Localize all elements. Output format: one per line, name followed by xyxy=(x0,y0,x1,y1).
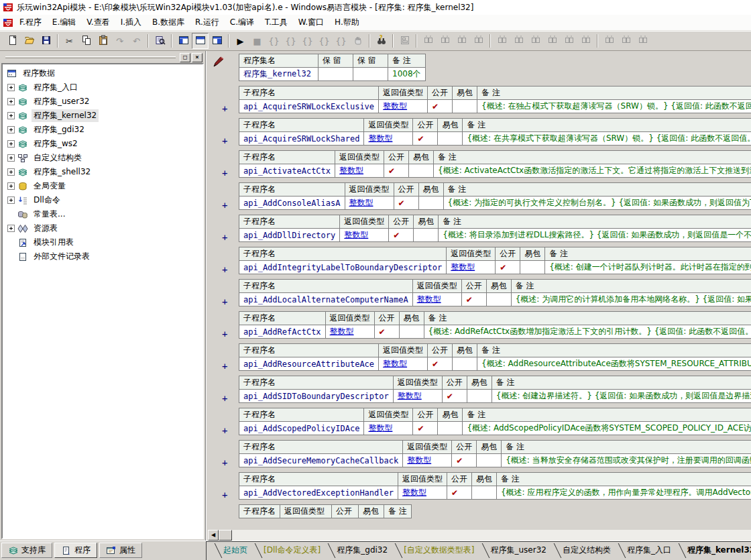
return-type-link[interactable]: 整数型 xyxy=(402,488,426,497)
return-type-cell[interactable]: 整数型 xyxy=(364,422,413,435)
pack-cell[interactable] xyxy=(467,390,492,403)
paste-button[interactable] xyxy=(95,33,111,49)
run-button[interactable]: ▶ xyxy=(232,33,249,49)
scroll-left-button[interactable]: ◀ xyxy=(208,530,219,541)
menu-item-tools[interactable]: T.工具 xyxy=(259,15,293,30)
return-type-link[interactable]: 整数型 xyxy=(451,262,475,272)
panel-drag-handle[interactable] xyxy=(5,56,176,58)
tab-assembly-entry[interactable]: 程序集_入口 xyxy=(621,542,681,560)
pack-cell[interactable] xyxy=(418,197,443,210)
sidebar-item-program-data[interactable]: 程序数据 xyxy=(3,66,202,80)
public-check-icon[interactable]: ✔ xyxy=(452,454,477,467)
tab-assembly-user32[interactable]: 程序集_user32 xyxy=(485,542,557,560)
reserved-cell[interactable] xyxy=(319,68,353,81)
horizontal-scrollbar[interactable]: ◀ xyxy=(208,530,751,541)
return-type-cell[interactable]: 整数型 xyxy=(398,486,447,500)
sidebar-item-assembly-shell32[interactable]: 程序集_shell32 xyxy=(3,165,202,179)
reserved-cell[interactable] xyxy=(353,68,388,81)
pack-cell[interactable] xyxy=(453,357,477,371)
api-name-cell[interactable]: api_AddRefActCtx xyxy=(239,325,326,339)
expand-row-button[interactable]: + xyxy=(222,329,227,339)
public-check-icon[interactable]: ✔ xyxy=(394,197,418,210)
api-name-cell[interactable]: api_AddLocalAlternateComputerNameA xyxy=(239,293,413,306)
tab-custom-data-type-table[interactable]: [自定义数据类型表] xyxy=(398,542,484,560)
return-type-cell[interactable]: 整数型 xyxy=(447,261,496,274)
remark-cell[interactable]: {概述: 在独占模式下获取超薄读写器（SRW）锁。} {返回值: 此函数不返回值… xyxy=(477,100,751,113)
expand-row-button[interactable]: + xyxy=(222,264,227,275)
api-row[interactable]: api_AddIntegrityLabelToBoundaryDescripto… xyxy=(239,261,751,274)
pack-cell[interactable] xyxy=(438,132,463,146)
menu-item-database[interactable]: B.数据库 xyxy=(147,15,190,30)
public-check-icon[interactable]: ✔ xyxy=(374,325,399,339)
layout-left-button[interactable] xyxy=(175,33,192,49)
return-type-link[interactable]: 整数型 xyxy=(339,166,363,175)
api-row[interactable]: api_AcquireSRWLockShared整数型✔{概述: 在共享模式下获… xyxy=(239,132,751,146)
cut-button[interactable]: ✂ xyxy=(61,33,78,49)
public-check-icon[interactable]: ✔ xyxy=(384,164,409,178)
panel-tab-program[interactable]: 程序 xyxy=(54,543,97,558)
sidebar-item-dll-commands[interactable]: Dll命令 xyxy=(3,193,202,207)
remark-cell[interactable]: {概述: 为指定的可执行文件定义控制台别名。} {返回值: 如果函数成功，则返回… xyxy=(443,197,751,210)
pack-cell[interactable] xyxy=(453,100,477,113)
public-check-icon[interactable]: ✔ xyxy=(389,229,414,242)
api-row[interactable]: api_AddDllDirectory整数型✔{概述: 将目录添加到进程DLL搜… xyxy=(239,229,751,242)
remark-cell[interactable]: {概述: 为调用它的计算机添加备用本地网络名称。} {返回值: 如果函数成 xyxy=(511,293,751,306)
sidebar-item-assembly-user32[interactable]: 程序集_user32 xyxy=(3,95,202,109)
return-type-link[interactable]: 整数型 xyxy=(407,455,431,465)
sidebar-item-module-ref-table[interactable]: 模块引用表 xyxy=(3,235,202,249)
public-check-icon[interactable]: ✔ xyxy=(413,132,438,146)
return-type-link[interactable]: 整数型 xyxy=(398,391,422,400)
expand-row-button[interactable]: + xyxy=(222,200,227,211)
tree-expander-icon[interactable] xyxy=(7,84,15,91)
remark-cell[interactable]: {概述: 将目录添加到进程DLL搜索路径。} {返回值: 如果函数成功，则返回值… xyxy=(439,229,751,242)
copy-button[interactable] xyxy=(78,33,95,49)
remark-cell[interactable]: {概述: AddResourceAttributeAce函数将SYSTEM_RE… xyxy=(477,357,751,371)
pack-cell[interactable] xyxy=(438,422,463,435)
return-type-cell[interactable]: 整数型 xyxy=(340,229,389,242)
api-row[interactable]: api_AddSecureMemoryCacheCallback整数型✔{概述:… xyxy=(239,454,751,467)
remark-cell[interactable]: {概述: 创建一个计时器队列计时器。此计时器在指定的到期时间到 xyxy=(545,261,751,274)
expand-row-button[interactable]: + xyxy=(222,135,227,146)
expand-row-button[interactable]: + xyxy=(222,490,227,500)
tab-assembly-kernel32[interactable]: 程序集_kernel32 xyxy=(681,542,751,560)
api-name-cell[interactable]: api_ActivateActCtx xyxy=(239,164,335,178)
api-name-cell[interactable]: api_AddSIDToBoundaryDescriptor xyxy=(239,390,394,403)
return-type-link[interactable]: 整数型 xyxy=(383,101,407,111)
api-row[interactable]: api_AddSIDToBoundaryDescriptor整数型✔{概述: 创… xyxy=(239,390,751,403)
return-type-cell[interactable]: 整数型 xyxy=(325,325,374,339)
sidebar-item-assembly-entry[interactable]: 程序集_入口 xyxy=(3,80,202,95)
return-type-cell[interactable]: 整数型 xyxy=(379,357,428,371)
menu-item-program[interactable]: F.程序 xyxy=(14,15,47,30)
assembly-remark-cell[interactable]: 1008个 xyxy=(388,68,426,81)
save-button[interactable] xyxy=(38,33,54,49)
sidebar-item-assembly-ws2[interactable]: 程序集_ws2 xyxy=(3,137,202,151)
tree-expander-icon[interactable] xyxy=(7,112,15,119)
remark-cell[interactable]: {概述: 当释放安全存储器范围或改变其保护时，注册要调用的回调函数。} { xyxy=(502,454,751,467)
open-button[interactable] xyxy=(21,33,38,49)
api-name-cell[interactable]: api_AddIntegrityLabelToBoundaryDescripto… xyxy=(239,261,447,274)
return-type-cell[interactable]: 整数型 xyxy=(403,454,452,467)
panel-tab-properties[interactable]: 属性 xyxy=(99,543,142,558)
scrollbar-thumb[interactable] xyxy=(219,530,232,541)
sidebar-item-assembly-gdi32[interactable]: 程序集_gdi32 xyxy=(3,123,202,137)
sidebar-item-assembly-kernel32[interactable]: 程序集_kernel32 xyxy=(3,109,202,123)
public-check-icon[interactable]: ✔ xyxy=(496,261,520,274)
return-type-cell[interactable]: 整数型 xyxy=(345,197,394,210)
tree-expander-icon[interactable] xyxy=(7,126,15,133)
remark-cell[interactable]: {概述: 创建边界描述符。} {返回值: 如果函数成功，则返回值是边界描述符的 xyxy=(492,390,751,403)
return-type-cell[interactable]: 整数型 xyxy=(393,390,442,403)
return-type-link[interactable]: 整数型 xyxy=(344,230,368,239)
return-type-cell[interactable]: 整数型 xyxy=(379,100,428,113)
api-row[interactable]: api_AddRefActCtx整数型✔{概述: AddRefActCtx函数增… xyxy=(239,325,751,339)
assembly-name-cell[interactable]: 程序集_kernel32 xyxy=(239,68,319,81)
tree-expander-icon[interactable] xyxy=(7,225,15,232)
api-row[interactable]: api_AddConsoleAliasA整数型✔{概述: 为指定的可执行文件定义… xyxy=(239,197,751,210)
tree-expander-icon[interactable] xyxy=(7,154,15,162)
api-name-cell[interactable]: api_AddVectoredExceptionHandler xyxy=(239,486,398,500)
tab-custom-struct-class[interactable]: 自定义结构类 xyxy=(557,542,621,560)
pack-cell[interactable] xyxy=(409,164,434,178)
panel-tab-support-lib[interactable]: 支持库 xyxy=(1,543,52,558)
menu-item-window[interactable]: W.窗口 xyxy=(293,15,329,30)
tab-assembly-gdi32[interactable]: 程序集_gdi32 xyxy=(331,542,398,560)
sidebar-item-resource-table[interactable]: 资源表 xyxy=(3,221,202,235)
